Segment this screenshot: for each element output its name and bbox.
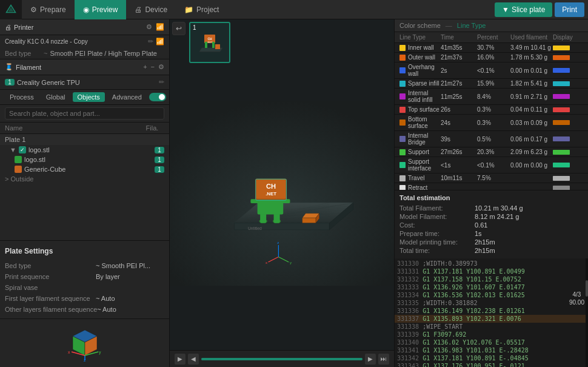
timeline-progress[interactable] bbox=[201, 358, 362, 360]
object-item-logo-sub[interactable]: logo.stl 1 bbox=[0, 155, 169, 164]
line-percent: 20.3% bbox=[477, 149, 510, 155]
tab-objects[interactable]: Objects bbox=[73, 92, 105, 102]
total-row: Model printing time: 2h15m bbox=[399, 238, 583, 246]
toggle-switch[interactable] bbox=[149, 93, 166, 101]
display-cell[interactable] bbox=[553, 45, 583, 50]
gcode-line[interactable]: 331342 G1 X137.181 Y100.891 E-.04845 bbox=[395, 354, 588, 362]
svg-text:CH: CH bbox=[266, 183, 276, 190]
obj-checkbox-logo[interactable]: ✓ bbox=[19, 146, 26, 153]
plate-item[interactable]: Plate 1 bbox=[0, 134, 169, 145]
advanced-toggle[interactable] bbox=[149, 93, 166, 101]
display-cell[interactable] bbox=[553, 136, 583, 141]
gcode-line[interactable]: 331340 G1 X136.02 Y102.076 E-.05517 bbox=[395, 338, 588, 346]
printer-wifi-icon[interactable]: 📶 bbox=[156, 23, 164, 31]
nozzle-edit-icon[interactable]: ✏ bbox=[148, 38, 153, 45]
printer-settings-icon[interactable]: ⚙ bbox=[146, 23, 152, 31]
line-type-name: Internal solid infill bbox=[408, 90, 441, 103]
object-item-logo-stl[interactable]: ▼ ✓ logo.stl 1 bbox=[0, 145, 169, 155]
printer-icon: 🖨 bbox=[5, 24, 12, 31]
tab-preview[interactable]: ◉ Preview bbox=[75, 0, 127, 19]
display-cell[interactable] bbox=[553, 107, 583, 112]
line-type-cell: Support bbox=[399, 149, 441, 155]
plate-settings-title: Plate Settings bbox=[5, 247, 164, 255]
line-percent: 8.4% bbox=[477, 93, 510, 100]
gcode-line[interactable]: 331336 G1 X136.149 Y102.238 E.01261 bbox=[395, 307, 588, 315]
tl-prev-btn[interactable]: ◀ bbox=[188, 354, 199, 365]
gcode-line-text: G1 X136.983 Y101.031 E-.28428 bbox=[423, 347, 529, 354]
gcode-line-text: ;WIDTH:0.381882 bbox=[423, 300, 477, 306]
object-item-cube[interactable]: Generic-Cube 1 bbox=[0, 164, 169, 174]
total-row: Total Filament: 10.21 m 30.44 g bbox=[399, 204, 583, 212]
gcode-line[interactable]: 331341 G1 X136.983 Y101.031 E-.28428 bbox=[395, 346, 588, 354]
display-cell[interactable] bbox=[553, 55, 583, 60]
filament-remove-icon[interactable]: − bbox=[151, 63, 155, 71]
tl-end-btn[interactable]: ⏭ bbox=[378, 354, 389, 365]
color-scheme-linetype[interactable]: Line Type bbox=[457, 22, 486, 29]
slice-plate-button[interactable]: ▼ Slice plate bbox=[495, 2, 552, 17]
tab-advanced[interactable]: Advanced bbox=[107, 92, 147, 102]
search-input[interactable] bbox=[5, 107, 164, 120]
line-used: 0.91 m 2.71 g bbox=[510, 93, 553, 100]
line-percent: 16.0% bbox=[477, 54, 510, 61]
gcode-line[interactable]: 331335 ;WIDTH:0.381882 bbox=[395, 299, 588, 307]
line-type-cell: Travel bbox=[399, 175, 441, 181]
display-cell[interactable] bbox=[553, 150, 583, 155]
color-scheme-bar: Color scheme — Line Type bbox=[395, 19, 588, 32]
gcode-line[interactable]: 331339 G1 F3097.692 bbox=[395, 331, 588, 338]
gcode-line[interactable]: 331333 G1 X136.926 Y101.607 E.01477 bbox=[395, 283, 588, 291]
display-cell[interactable] bbox=[553, 120, 583, 125]
display-cell[interactable] bbox=[553, 163, 583, 167]
line-time: 24s bbox=[441, 120, 477, 126]
display-cell[interactable] bbox=[553, 186, 583, 190]
right-scroll-thumb[interactable] bbox=[586, 280, 588, 297]
tab-project[interactable]: 📁 Project bbox=[176, 0, 227, 19]
gcode-line[interactable]: 331337 G1 X135.893 Y102.321 E.0076 bbox=[395, 315, 588, 323]
svg-text:Untitled: Untitled bbox=[248, 226, 262, 231]
line-percent: 0.3% bbox=[477, 120, 510, 126]
main-layout: 🖨 Printer ⚙ 📶 Creality K1C 0.4 nozzle - … bbox=[0, 19, 588, 367]
filament-edit-icon[interactable]: ✏ bbox=[159, 78, 164, 86]
bed-label: Bed type bbox=[5, 50, 41, 57]
gcode-line[interactable]: 331331 G1 X137.181 Y100.891 E.00499 bbox=[395, 268, 588, 275]
line-percent: 7.5% bbox=[477, 175, 510, 181]
color-dot bbox=[399, 67, 406, 73]
col-percent: Percent bbox=[477, 34, 510, 41]
gcode-comment: ;WIDTH:0.381882 bbox=[423, 300, 477, 306]
top-bar-right: ▼ Slice plate Print bbox=[495, 2, 588, 17]
stats-header: Line Type Time Percent Used filament Dis… bbox=[395, 32, 588, 43]
gcode-instruction: G1 X137.158 Y101.15 E.00752 bbox=[423, 276, 521, 283]
tab-device[interactable]: 🖨 Device bbox=[126, 0, 176, 19]
display-cell[interactable] bbox=[553, 81, 583, 86]
display-cell[interactable] bbox=[553, 68, 583, 73]
display-cell[interactable] bbox=[553, 176, 583, 181]
filament-actions: + − ⚙ bbox=[143, 63, 164, 71]
total-value: 2h15m bbox=[475, 247, 495, 254]
right-side-scroll[interactable] bbox=[586, 258, 588, 367]
outside-item[interactable]: > Outside bbox=[0, 174, 169, 184]
line-type-cell: Retract bbox=[399, 184, 441, 190]
filament-settings-icon[interactable]: ⚙ bbox=[158, 63, 164, 71]
thumbnail-item[interactable]: 1 CH .NET bbox=[189, 22, 230, 63]
filament-add-icon[interactable]: + bbox=[143, 63, 147, 71]
gcode-line-num: 331333 bbox=[397, 284, 423, 291]
tab-prepare[interactable]: ⚙ Prepare bbox=[22, 0, 75, 19]
left-panel: 🖨 Printer ⚙ 📶 Creality K1C 0.4 nozzle - … bbox=[0, 19, 170, 367]
gcode-line[interactable]: 331330 ;WIDTH:0.389973 bbox=[395, 260, 588, 268]
tab-global[interactable]: Global bbox=[41, 92, 70, 102]
gcode-container: 331330 ;WIDTH:0.389973 331331 G1 X137.18… bbox=[395, 260, 588, 367]
gcode-instruction: G1 X136.536 Y102.013 E.01625 bbox=[423, 292, 525, 298]
vp-undo-btn[interactable]: ↩ bbox=[172, 22, 185, 35]
print-button[interactable]: Print bbox=[555, 2, 584, 17]
line-percent: 30.7% bbox=[477, 44, 510, 51]
gcode-line[interactable]: 331338 ;WIPE_START bbox=[395, 323, 588, 331]
gcode-line[interactable]: 331343 G1 X137.176 Y100.951 E-.0121 bbox=[395, 362, 588, 367]
tab-process[interactable]: Process bbox=[5, 92, 39, 102]
gcode-line[interactable]: 331334 G1 X136.536 Y102.013 E.01625 bbox=[395, 291, 588, 299]
gcode-line[interactable]: 331332 G1 X137.158 Y101.15 E.00752 bbox=[395, 275, 588, 283]
display-cell[interactable] bbox=[553, 94, 583, 99]
tl-play-btn[interactable]: ▶ bbox=[175, 354, 185, 365]
line-percent: <0.1% bbox=[477, 162, 510, 169]
tl-next-btn[interactable]: ▶ bbox=[365, 354, 376, 365]
color-dot bbox=[399, 81, 406, 87]
col-fila: Fila. bbox=[140, 124, 164, 132]
